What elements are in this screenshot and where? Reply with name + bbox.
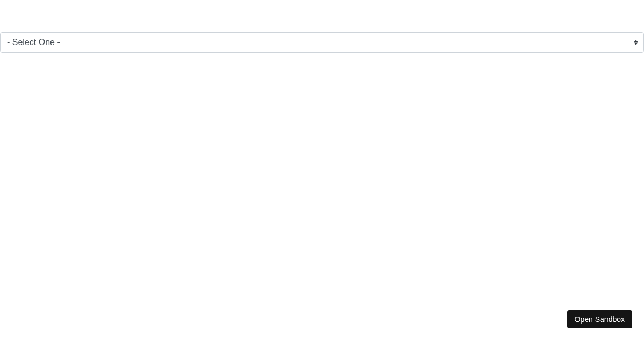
- open-sandbox-button[interactable]: Open Sandbox: [567, 310, 632, 328]
- select-selected-label: - Select One -: [7, 38, 637, 47]
- chevron-up-icon: [634, 40, 638, 42]
- chevron-down-icon: [634, 43, 638, 45]
- select-container: - Select One -: [0, 32, 644, 53]
- select-arrows-icon: [634, 40, 638, 45]
- select-dropdown[interactable]: - Select One -: [0, 32, 644, 53]
